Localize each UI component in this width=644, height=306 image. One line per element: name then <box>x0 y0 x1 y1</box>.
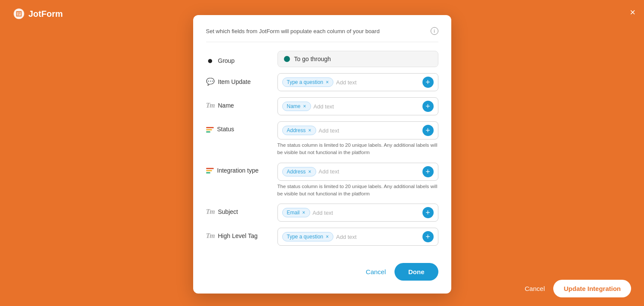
item-update-tag-close[interactable]: × <box>326 80 329 85</box>
high-level-tag-tag-input[interactable]: Type a question × Add text + <box>277 228 438 246</box>
name-field-row: Tт Name Name × Add text + <box>206 97 438 115</box>
integration-type-warning-text: The status column is limited to 20 uniqu… <box>277 183 438 198</box>
field-mapping-modal: Set which fields from JotForm will popul… <box>193 15 451 294</box>
name-text-icon: Tт <box>206 102 215 109</box>
high-level-tag-add-text: Add text <box>336 234 419 240</box>
high-level-tag-tag-text: Type a question <box>287 234 324 240</box>
name-tag-text: Name <box>287 103 301 109</box>
integration-type-tag: Address × <box>282 167 316 176</box>
subject-input-area[interactable]: Email × Add text + <box>277 204 438 222</box>
status-field-label: Status <box>217 126 234 133</box>
group-dot <box>284 56 290 62</box>
high-level-tag-text-icon: Tт <box>206 232 215 240</box>
group-value-text: To go through <box>294 56 331 62</box>
group-input-area: To go through <box>277 51 438 67</box>
cancel-bottom-button[interactable]: Cancel <box>525 285 545 292</box>
modal-header-text: Set which fields from JotForm will popul… <box>206 28 427 34</box>
group-label-area: ● Group <box>206 51 271 66</box>
status-tag: Address × <box>282 126 316 135</box>
high-level-tag-close[interactable]: × <box>326 234 329 239</box>
status-tag-close[interactable]: × <box>308 128 311 133</box>
integration-type-tag-text: Address <box>287 169 306 175</box>
done-button[interactable]: Done <box>394 263 438 281</box>
subject-add-button[interactable]: + <box>422 207 434 218</box>
subject-tag-close[interactable]: × <box>302 210 305 215</box>
subject-field-row: Tт Subject Email × Add text + <box>206 204 438 222</box>
name-field-label: Name <box>218 102 234 109</box>
item-update-tag-input[interactable]: Type a question × Add text + <box>277 73 438 91</box>
integration-type-tag-input[interactable]: Address × Add text + <box>277 163 438 181</box>
high-level-tag-label-area: Tт High Level Tag <box>206 228 271 240</box>
group-value-display: To go through <box>277 51 438 67</box>
status-label-area: Status <box>206 121 271 133</box>
subject-tag: Email × <box>282 208 310 217</box>
subject-field-label: Subject <box>218 208 238 215</box>
high-level-tag-add-button[interactable]: + <box>422 231 434 242</box>
item-update-label-area: 💬 Item Update <box>206 73 271 86</box>
name-add-button[interactable]: + <box>422 101 434 112</box>
name-input-area[interactable]: Name × Add text + <box>277 97 438 115</box>
integration-type-lines-icon <box>206 167 214 173</box>
integration-type-field-row: Integration type Address × Add text + Th… <box>206 163 438 198</box>
item-update-field-row: 💬 Item Update Type a question × Add text… <box>206 73 438 91</box>
subject-tag-input[interactable]: Email × Add text + <box>277 204 438 222</box>
jotform-logo: JotForm <box>13 8 63 20</box>
item-update-field-label: Item Update <box>218 78 251 85</box>
integration-type-field-label: Integration type <box>217 167 259 174</box>
status-tag-text: Address <box>287 127 306 133</box>
name-tag: Name × <box>282 102 311 111</box>
integration-type-tag-close[interactable]: × <box>308 169 311 174</box>
integration-type-label-area: Integration type <box>206 163 271 174</box>
group-circle-icon: ● <box>206 55 215 66</box>
subject-text-icon: Tт <box>206 208 215 216</box>
high-level-tag-field-row: Tт High Level Tag Type a question × Add … <box>206 228 438 246</box>
integration-type-input-area[interactable]: Address × Add text + The status column i… <box>277 163 438 198</box>
item-update-add-button[interactable]: + <box>422 77 434 88</box>
name-tag-input[interactable]: Name × Add text + <box>277 97 438 115</box>
status-tag-input[interactable]: Address × Add text + <box>277 121 438 139</box>
close-button[interactable]: × <box>630 8 635 17</box>
name-add-text: Add text <box>314 103 420 110</box>
bottom-bar: Cancel Update Integration <box>525 280 631 297</box>
status-lines-icon <box>206 126 214 133</box>
group-field-row: ● Group To go through <box>206 51 438 67</box>
status-add-text: Add text <box>319 127 420 134</box>
status-input-area[interactable]: Address × Add text + The status column i… <box>277 121 438 157</box>
subject-add-text: Add text <box>313 210 420 216</box>
subject-label-area: Tт Subject <box>206 204 271 216</box>
name-label-area: Tт Name <box>206 97 271 109</box>
cancel-modal-button[interactable]: Cancel <box>366 268 386 275</box>
info-icon[interactable]: i <box>431 27 438 35</box>
status-field-row: Status Address × Add text + The status c… <box>206 121 438 157</box>
update-integration-button[interactable]: Update Integration <box>553 280 631 297</box>
integration-type-add-text: Add text <box>319 168 420 175</box>
speech-bubble-icon: 💬 <box>206 77 215 86</box>
subject-tag-text: Email <box>287 210 300 216</box>
name-tag-close[interactable]: × <box>303 104 306 109</box>
modal-header: Set which fields from JotForm will popul… <box>206 27 438 42</box>
item-update-tag: Type a question × <box>282 77 334 87</box>
high-level-tag-input-area[interactable]: Type a question × Add text + <box>277 228 438 246</box>
high-level-tag-field-label: High Level Tag <box>218 232 258 239</box>
integration-type-add-button[interactable]: + <box>422 166 434 177</box>
group-field-label: Group <box>218 57 235 64</box>
item-update-input-area[interactable]: Type a question × Add text + <box>277 73 438 91</box>
modal-footer: Cancel Done <box>206 256 438 281</box>
item-update-add-text: Add text <box>336 79 419 86</box>
status-add-button[interactable]: + <box>422 125 434 136</box>
high-level-tag-tag: Type a question × <box>282 232 334 241</box>
status-warning-text: The status column is limited to 20 uniqu… <box>277 142 438 157</box>
item-update-tag-text: Type a question <box>287 79 324 85</box>
